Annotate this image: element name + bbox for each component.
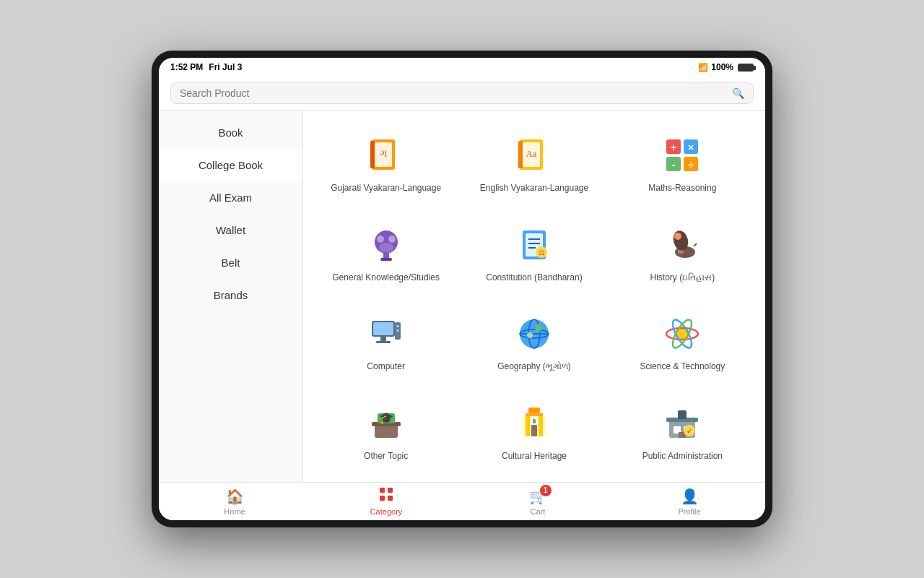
svg-rect-21 — [380, 258, 392, 261]
nav-item-category[interactable]: Category — [310, 483, 462, 520]
wifi-icon: 📶 — [698, 63, 708, 72]
svg-rect-84 — [388, 496, 393, 501]
category-label-science-technology: Science & Technology — [640, 361, 725, 373]
search-bar: 🔍 — [170, 82, 754, 104]
category-label-public-administration: Public Administration — [642, 451, 723, 462]
svg-rect-40 — [396, 329, 399, 332]
svg-text:÷: ÷ — [688, 159, 694, 171]
category-label-english-vyakaran: English Vyakaran-Language — [480, 183, 588, 194]
category-item-science-technology[interactable]: Science & Technology — [611, 301, 754, 384]
category-label-general-knowledge: General Knowledge/Studies — [332, 272, 440, 284]
battery-icon — [738, 64, 754, 72]
nav-item-profile[interactable]: 👤 Profile — [614, 483, 765, 520]
svg-rect-37 — [376, 341, 391, 343]
svg-text:⚖: ⚖ — [538, 249, 544, 256]
tablet-screen: 1:52 PM Fri Jul 3 📶 100% 🔍 — [159, 58, 765, 520]
svg-point-19 — [379, 243, 393, 253]
category-icon-constitution: ⚖ — [513, 223, 556, 267]
sidebar-item-college-book[interactable]: College Book — [159, 149, 302, 181]
status-bar: 1:52 PM Fri Jul 3 📶 100% — [159, 58, 765, 77]
svg-rect-61 — [533, 419, 536, 423]
svg-text:ગ: ગ — [380, 148, 387, 159]
svg-rect-55 — [528, 407, 540, 413]
nav-item-cart[interactable]: 🛒 1 Cart — [462, 483, 614, 520]
svg-rect-60 — [531, 425, 537, 436]
svg-rect-58 — [526, 416, 530, 436]
category-label-geography: Geography (ભૂગોળ) — [497, 361, 571, 373]
category-label-history: History (ઇતિહાસ) — [650, 272, 715, 284]
category-item-english-vyakaran[interactable]: AaEnglish Vyakaran-Language — [463, 122, 605, 206]
content-area: ગGujarati Vyakaran-LanguageAaEnglish Vya… — [303, 111, 765, 482]
category-icon-english-vyakaran: Aa — [513, 134, 556, 177]
category-icon — [379, 487, 393, 505]
category-icon-history — [661, 223, 704, 267]
status-right: 📶 100% — [698, 62, 754, 72]
svg-text:🎓: 🎓 — [379, 411, 393, 425]
svg-text:Aa: Aa — [526, 148, 536, 159]
svg-rect-3 — [370, 141, 375, 168]
sidebar-item-belt[interactable]: Belt — [159, 246, 302, 279]
category-item-gujarati-vyakaran[interactable]: ગGujarati Vyakaran-Language — [315, 122, 457, 206]
category-label-other-topic: Other Topic — [364, 451, 408, 462]
profile-icon: 👤 — [681, 488, 699, 505]
category-item-maths-reasoning[interactable]: +×-÷Maths-Reasoning — [611, 122, 754, 206]
search-bar-container: 🔍 — [159, 77, 765, 111]
nav-label-category: Category — [370, 507, 403, 516]
home-icon: 🏠 — [226, 488, 244, 505]
svg-rect-81 — [380, 488, 385, 493]
category-icon-general-knowledge — [365, 223, 408, 267]
svg-text:+: + — [671, 142, 676, 153]
date: Fri Jul 3 — [209, 62, 242, 72]
sidebar-item-brands[interactable]: Brands — [159, 279, 302, 311]
svg-rect-82 — [388, 488, 393, 493]
category-label-gujarati-vyakaran: Gujarati Vyakaran-Language — [331, 183, 441, 194]
svg-rect-39 — [396, 325, 399, 327]
tablet-frame: 1:52 PM Fri Jul 3 📶 100% 🔍 — [152, 51, 772, 527]
category-label-constitution: Constitution (Bandharan) — [486, 272, 582, 284]
svg-text:-: - — [672, 159, 676, 171]
svg-rect-35 — [373, 322, 393, 335]
svg-rect-64 — [678, 410, 687, 419]
search-input[interactable] — [180, 87, 726, 99]
category-item-history[interactable]: History (ઇતિહાસ) — [611, 212, 754, 296]
svg-line-33 — [694, 243, 697, 246]
category-icon-maths-reasoning: +×-÷ — [661, 134, 704, 177]
bottom-nav: 🏠 Home Category 🛒 1 — [159, 482, 765, 520]
category-icon-gujarati-vyakaran: ગ — [365, 134, 408, 177]
nav-label-home: Home — [224, 507, 245, 516]
svg-point-45 — [535, 324, 542, 332]
category-icon-other-topic: 🎓 — [365, 402, 408, 445]
svg-point-18 — [388, 236, 396, 243]
svg-rect-56 — [526, 413, 543, 416]
category-icon-science-technology — [661, 312, 704, 355]
nav-item-home[interactable]: 🏠 Home — [159, 483, 310, 520]
category-item-other-topic[interactable]: 🎓Other Topic — [315, 390, 457, 474]
sidebar-item-book[interactable]: Book — [159, 116, 302, 149]
category-icon-geography — [513, 312, 556, 355]
nav-label-profile: Profile — [678, 507, 700, 516]
category-item-constitution[interactable]: ⚖Constitution (Bandharan) — [463, 212, 605, 296]
svg-rect-7 — [518, 141, 523, 168]
category-item-geography[interactable]: Geography (ભૂગોળ) — [463, 301, 605, 384]
category-label-computer: Computer — [367, 361, 405, 373]
svg-text:×: × — [688, 142, 694, 153]
category-label-maths-reasoning: Maths-Reasoning — [648, 183, 716, 194]
sidebar: Book College Book All Exam Wallet Belt B… — [159, 111, 303, 482]
nav-label-cart: Cart — [531, 507, 546, 516]
sidebar-item-all-exam[interactable]: All Exam — [159, 181, 302, 214]
svg-rect-83 — [380, 496, 385, 501]
svg-rect-59 — [539, 416, 543, 436]
cart-badge: 1 — [540, 485, 552, 496]
category-item-cultural-heritage[interactable]: Cultural Heritage — [463, 390, 605, 474]
category-item-public-administration[interactable]: ✓Public Administration — [611, 390, 754, 474]
category-item-general-knowledge[interactable]: General Knowledge/Studies — [315, 212, 457, 296]
category-label-cultural-heritage: Cultural Heritage — [502, 451, 567, 462]
svg-point-32 — [674, 233, 681, 240]
category-item-computer[interactable]: Computer — [315, 301, 457, 384]
category-icon-public-administration: ✓ — [661, 402, 704, 445]
svg-point-17 — [377, 236, 384, 243]
svg-rect-51 — [375, 425, 398, 438]
search-icon: 🔍 — [732, 87, 744, 99]
sidebar-item-wallet[interactable]: Wallet — [159, 214, 302, 246]
battery-percentage: 100% — [711, 62, 733, 72]
